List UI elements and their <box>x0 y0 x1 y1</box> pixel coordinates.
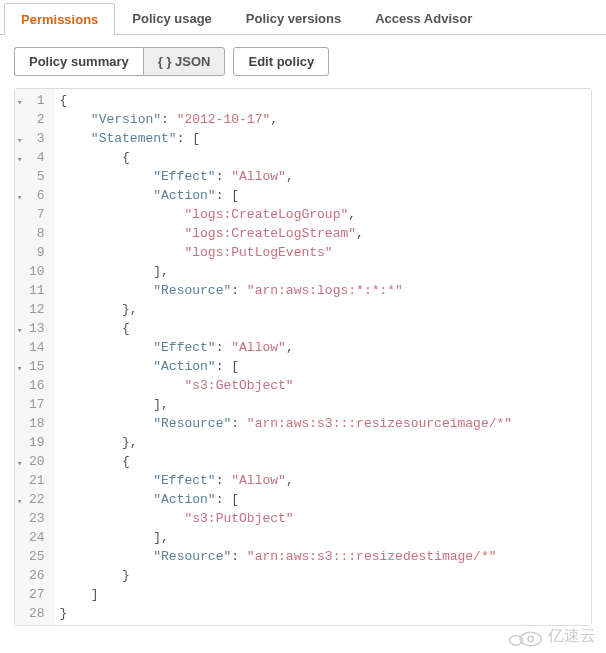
gutter-line: 8 <box>29 224 45 243</box>
code-line[interactable]: "Statement": [ <box>60 129 591 148</box>
fold-toggle-icon[interactable]: ▾ <box>17 455 22 474</box>
code-line[interactable]: "Action": [ <box>60 490 591 509</box>
fold-toggle-icon[interactable]: ▾ <box>17 132 22 151</box>
code-line[interactable]: ], <box>60 528 591 547</box>
policy-json-editor[interactable]: 1▾23▾4▾56▾78910111213▾1415▾1617181920▾21… <box>14 88 592 626</box>
fold-toggle-icon[interactable]: ▾ <box>17 360 22 379</box>
code-line[interactable]: "s3:PutObject" <box>60 509 591 528</box>
view-toggle-group: Policy summary { } JSON <box>14 47 225 76</box>
gutter-line: 1▾ <box>29 91 45 110</box>
gutter-line: 10 <box>29 262 45 281</box>
code-line[interactable]: ], <box>60 395 591 414</box>
gutter-line: 9 <box>29 243 45 262</box>
code-line[interactable]: "Version": "2012-10-17", <box>60 110 591 129</box>
gutter-line: 13▾ <box>29 319 45 338</box>
tab-policy-versions[interactable]: Policy versions <box>229 2 358 34</box>
fold-toggle-icon[interactable]: ▾ <box>17 322 22 341</box>
gutter-line: 12 <box>29 300 45 319</box>
policy-summary-button[interactable]: Policy summary <box>14 47 143 76</box>
tab-bar: Permissions Policy usage Policy versions… <box>0 2 606 35</box>
svg-point-2 <box>528 636 533 641</box>
tab-permissions[interactable]: Permissions <box>4 3 115 35</box>
gutter-line: 25 <box>29 547 45 566</box>
code-line[interactable]: "Effect": "Allow", <box>60 167 591 186</box>
json-view-button[interactable]: { } JSON <box>143 47 226 76</box>
code-line[interactable]: "Action": [ <box>60 186 591 205</box>
code-line[interactable]: "Action": [ <box>60 357 591 376</box>
gutter-line: 26 <box>29 566 45 585</box>
gutter-line: 6▾ <box>29 186 45 205</box>
gutter-line: 21 <box>29 471 45 490</box>
code-line[interactable]: { <box>60 319 591 338</box>
gutter-line: 18 <box>29 414 45 433</box>
watermark: 亿速云 <box>504 626 596 647</box>
tab-content-permissions: Policy summary { } JSON Edit policy 1▾23… <box>0 35 606 638</box>
gutter-line: 27 <box>29 585 45 604</box>
policy-toolbar: Policy summary { } JSON Edit policy <box>14 47 592 76</box>
svg-point-0 <box>520 632 541 645</box>
fold-toggle-icon[interactable]: ▾ <box>17 94 22 113</box>
code-line[interactable]: "logs:CreateLogStream", <box>60 224 591 243</box>
gutter-line: 22▾ <box>29 490 45 509</box>
fold-toggle-icon[interactable]: ▾ <box>17 493 22 512</box>
gutter-line: 24 <box>29 528 45 547</box>
gutter-line: 2 <box>29 110 45 129</box>
code-line[interactable]: ], <box>60 262 591 281</box>
code-line[interactable]: "Effect": "Allow", <box>60 471 591 490</box>
code-line[interactable]: { <box>60 148 591 167</box>
gutter-line: 3▾ <box>29 129 45 148</box>
gutter-line: 14 <box>29 338 45 357</box>
tab-access-advisor[interactable]: Access Advisor <box>358 2 489 34</box>
gutter-line: 28 <box>29 604 45 623</box>
gutter-line: 19 <box>29 433 45 452</box>
tab-policy-usage[interactable]: Policy usage <box>115 2 228 34</box>
gutter-line: 16 <box>29 376 45 395</box>
cloud-icon <box>504 627 544 647</box>
edit-policy-button[interactable]: Edit policy <box>233 47 329 76</box>
code-line[interactable]: "logs:PutLogEvents" <box>60 243 591 262</box>
code-line[interactable]: } <box>60 566 591 585</box>
code-line[interactable]: "logs:CreateLogGroup", <box>60 205 591 224</box>
gutter-line: 11 <box>29 281 45 300</box>
gutter-line: 17 <box>29 395 45 414</box>
editor-gutter: 1▾23▾4▾56▾78910111213▾1415▾1617181920▾21… <box>15 89 54 625</box>
fold-toggle-icon[interactable]: ▾ <box>17 151 22 170</box>
code-line[interactable]: }, <box>60 433 591 452</box>
editor-code[interactable]: { "Version": "2012-10-17", "Statement": … <box>54 89 591 625</box>
code-line[interactable]: } <box>60 604 591 623</box>
code-line[interactable]: "Resource": "arn:aws:s3:::resizesourceim… <box>60 414 591 433</box>
gutter-line: 23 <box>29 509 45 528</box>
gutter-line: 7 <box>29 205 45 224</box>
code-line[interactable]: "Resource": "arn:aws:s3:::resizedestimag… <box>60 547 591 566</box>
gutter-line: 20▾ <box>29 452 45 471</box>
code-line[interactable]: ] <box>60 585 591 604</box>
watermark-text: 亿速云 <box>548 626 596 647</box>
code-line[interactable]: { <box>60 91 591 110</box>
gutter-line: 15▾ <box>29 357 45 376</box>
gutter-line: 5 <box>29 167 45 186</box>
code-line[interactable]: }, <box>60 300 591 319</box>
code-line[interactable]: { <box>60 452 591 471</box>
fold-toggle-icon[interactable]: ▾ <box>17 189 22 208</box>
code-line[interactable]: "Resource": "arn:aws:logs:*:*:*" <box>60 281 591 300</box>
code-line[interactable]: "s3:GetObject" <box>60 376 591 395</box>
code-line[interactable]: "Effect": "Allow", <box>60 338 591 357</box>
gutter-line: 4▾ <box>29 148 45 167</box>
